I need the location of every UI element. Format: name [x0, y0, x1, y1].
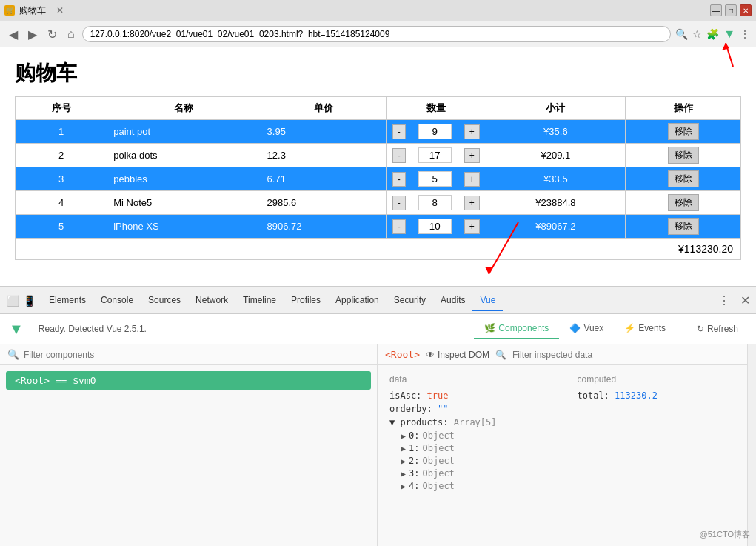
component-tree-panel: 🔍 <Root> == $vm0 — [0, 344, 378, 546]
remove-button[interactable]: 移除 — [668, 147, 699, 164]
cell-action[interactable]: 移除 — [626, 191, 741, 215]
qty-plus-button[interactable]: + — [464, 219, 480, 234]
remove-button[interactable]: 移除 — [668, 170, 699, 187]
data-array-item-1[interactable]: ▶ 1: Object — [401, 443, 548, 453]
total-row: ¥113230.20 — [16, 239, 741, 260]
qty-minus-button[interactable]: - — [392, 124, 406, 139]
qty-minus-button[interactable]: - — [392, 148, 406, 163]
maximize-button[interactable]: □ — [725, 4, 737, 16]
remove-button[interactable]: 移除 — [668, 194, 699, 211]
vue-devtools-icon[interactable]: ▼ — [723, 27, 735, 41]
data-array-item-0[interactable]: ▶ 0: Object — [401, 430, 548, 441]
vue-tab-events[interactable]: ⚡ Events — [614, 319, 676, 339]
cell-qty-minus[interactable]: - — [386, 167, 412, 191]
filter-data-input[interactable] — [512, 350, 740, 360]
root-component-item[interactable]: <Root> == $vm0 — [6, 371, 371, 390]
component-tree: <Root> == $vm0 — [0, 365, 377, 396]
cell-qty-plus[interactable]: + — [458, 167, 486, 191]
devtools-close-icon[interactable]: ✕ — [740, 293, 750, 307]
cell-qty-plus[interactable]: + — [458, 191, 486, 215]
data-panel: data isAsc: true orderby: "" ▼ products:… — [378, 365, 747, 546]
cell-action[interactable]: 移除 — [626, 215, 741, 239]
qty-input-field[interactable] — [418, 171, 452, 187]
cell-action[interactable]: 移除 — [626, 167, 741, 191]
tab-title: 购物车 — [19, 4, 46, 17]
refresh-button[interactable]: ↻ Refresh — [688, 319, 747, 339]
computed-column: computed total: 113230.2 — [578, 374, 736, 493]
reload-button[interactable]: ↻ — [44, 26, 60, 43]
devtools-more-icon[interactable]: ⋮ — [714, 293, 735, 307]
qty-plus-button[interactable]: + — [464, 148, 480, 163]
qty-minus-button[interactable]: - — [392, 172, 406, 187]
qty-minus-button[interactable]: - — [392, 196, 406, 210]
vue-tab-components[interactable]: 🌿 Components — [474, 319, 559, 339]
qty-input-field[interactable] — [418, 195, 452, 210]
qty-input-field[interactable] — [418, 124, 452, 139]
qty-minus-button[interactable]: - — [392, 219, 406, 234]
tab-vue[interactable]: Vue — [472, 290, 503, 311]
vue-main-panel: 🔍 <Root> == $vm0 <Root> 👁 Inspect DOM — [0, 344, 756, 546]
cart-table: 序号 名称 单价 数量 小计 操作 1 paint pot 3.95 - + ¥… — [15, 96, 741, 260]
cell-qty-input[interactable] — [412, 215, 458, 239]
qty-plus-button[interactable]: + — [464, 124, 480, 139]
tab-console[interactable]: Console — [93, 290, 141, 311]
qty-plus-button[interactable]: + — [464, 172, 480, 187]
devtools-device-btn[interactable]: 📱 — [22, 294, 36, 307]
extensions-icon[interactable]: 🧩 — [706, 28, 719, 40]
back-button[interactable]: ◀ — [6, 26, 21, 43]
events-icon: ⚡ — [624, 323, 635, 333]
right-scrollbar[interactable] — [747, 344, 756, 546]
tab-elements[interactable]: Elements — [41, 290, 93, 311]
vue-tab-vuex[interactable]: 🔷 Vuex — [559, 319, 614, 339]
cell-action[interactable]: 移除 — [626, 120, 741, 144]
data-array-item-2[interactable]: ▶ 2: Object — [401, 456, 548, 466]
cell-price: 8906.72 — [261, 215, 386, 239]
search-icon[interactable]: 🔍 — [675, 28, 688, 40]
tab-network[interactable]: Network — [188, 290, 235, 311]
tab-profiles[interactable]: Profiles — [284, 290, 328, 311]
tab-timeline[interactable]: Timeline — [235, 290, 284, 311]
qty-input-field[interactable] — [418, 147, 452, 163]
menu-icon[interactable]: ⋮ — [740, 28, 750, 40]
forward-button[interactable]: ▶ — [25, 26, 40, 43]
tab-close-icon[interactable]: ✕ — [56, 5, 64, 16]
cell-qty-minus[interactable]: - — [386, 144, 412, 167]
devtools-inspect-btn[interactable]: ⬜ — [6, 294, 19, 307]
cell-qty-minus[interactable]: - — [386, 120, 412, 144]
data-item-orderby: orderby: "" — [389, 404, 548, 414]
cell-action[interactable]: 移除 — [626, 144, 741, 167]
remove-button[interactable]: 移除 — [668, 123, 699, 140]
tab-security[interactable]: Security — [387, 290, 433, 311]
cell-qty-input[interactable] — [412, 191, 458, 215]
qty-plus-button[interactable]: + — [464, 196, 480, 210]
data-array-item-3[interactable]: ▶ 3: Object — [401, 468, 548, 479]
close-button[interactable]: ✕ — [740, 4, 752, 16]
cell-qty-input[interactable] — [412, 144, 458, 167]
col-header-qty: 数量 — [386, 97, 486, 120]
cell-qty-minus[interactable]: - — [386, 191, 412, 215]
minimize-button[interactable]: — — [710, 4, 722, 16]
star-icon[interactable]: ☆ — [692, 28, 702, 40]
cell-qty-plus[interactable]: + — [458, 215, 486, 239]
remove-button[interactable]: 移除 — [668, 218, 699, 235]
total-amount: ¥113230.20 — [16, 239, 741, 260]
cell-name: Mi Note5 — [107, 191, 261, 215]
vue-tab-bar: 🌿 Components 🔷 Vuex ⚡ Events — [474, 319, 676, 339]
filter-components-input[interactable] — [24, 350, 369, 360]
data-array-item-4[interactable]: ▶ 4: Object — [401, 481, 548, 491]
inspect-dom-button[interactable]: 👁 Inspect DOM — [426, 350, 489, 360]
cell-subtotal: ¥23884.8 — [486, 191, 625, 215]
tab-application[interactable]: Application — [328, 290, 387, 311]
page-content: 购物车 序号 名称 单价 数量 小计 操作 1 paint pot 3.95 -… — [0, 47, 756, 286]
cell-qty-plus[interactable]: + — [458, 144, 486, 167]
cell-qty-minus[interactable]: - — [386, 215, 412, 239]
tab-sources[interactable]: Sources — [141, 290, 188, 311]
qty-input-field[interactable] — [418, 219, 452, 234]
cell-qty-plus[interactable]: + — [458, 120, 486, 144]
cell-qty-input[interactable] — [412, 167, 458, 191]
tab-audits[interactable]: Audits — [433, 290, 472, 311]
home-button[interactable]: ⌂ — [64, 26, 78, 42]
vue-logo-icon: ▼ — [9, 321, 24, 338]
url-input[interactable] — [82, 26, 671, 42]
cell-qty-input[interactable] — [412, 120, 458, 144]
